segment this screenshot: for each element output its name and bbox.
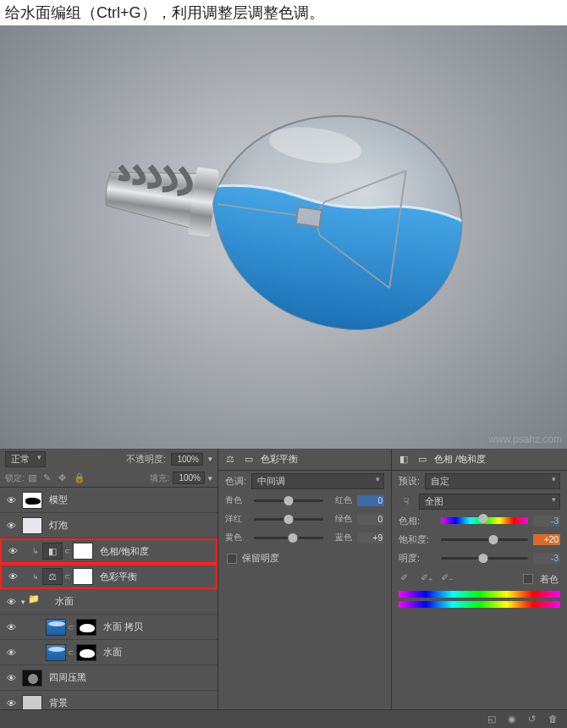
chevron-down-icon[interactable]: ▾ <box>208 455 212 463</box>
slider-value[interactable]: -3 <box>533 516 560 527</box>
panel-title: 色相 /饱和度 <box>434 453 486 466</box>
targeted-adjust-icon[interactable]: ☟ <box>399 494 414 509</box>
visibility-icon[interactable]: 👁 <box>3 648 19 658</box>
clip-icon: ↳ <box>32 547 39 555</box>
layer-thumb <box>46 644 66 661</box>
layer-thumb <box>22 517 42 534</box>
slider-track[interactable] <box>441 517 528 524</box>
slider-track[interactable] <box>254 537 323 539</box>
visibility-icon[interactable]: 👁 <box>3 622 19 632</box>
layer-row[interactable]: 👁 ⊂ 水面 <box>0 640 217 665</box>
folder-icon: 📁 <box>28 593 48 610</box>
hue-spectrum-bottom <box>399 601 560 608</box>
cb-slider-1[interactable]: 青色 红色 0 <box>218 491 391 510</box>
instruction-text: 给水面编组（Ctrl+G），利用调整层调整色调。 <box>0 0 567 25</box>
fill-field[interactable]: 100% <box>173 472 205 484</box>
link-icon: ⊂ <box>68 648 74 657</box>
slider-track[interactable] <box>441 538 528 541</box>
layer-name: 色彩平衡 <box>100 571 137 583</box>
opacity-field[interactable]: 100% <box>171 453 203 466</box>
group-toggle-icon[interactable]: ▾ <box>21 598 25 606</box>
layer-list: 👁 模型 👁 灯泡 👁 ↳ ◧ ⊂ 色相/饱和度 <box>0 488 217 716</box>
panel-dock-icon[interactable]: ▭ <box>416 454 429 466</box>
colorize-checkbox[interactable] <box>523 574 533 584</box>
lock-label: 锁定: <box>5 472 25 484</box>
preserve-luminosity-checkbox[interactable] <box>227 554 237 564</box>
layer-mask-thumb <box>76 644 96 661</box>
hue-icon: ◧ <box>397 454 410 466</box>
slider-value[interactable]: +9 <box>357 532 384 543</box>
layer-row-group[interactable]: 👁 ▾ 📁 水面 <box>0 589 217 615</box>
slider-track[interactable] <box>441 557 528 560</box>
cb-slider-2[interactable]: 洋红 绿色 0 <box>218 510 391 528</box>
slider-value[interactable]: +20 <box>533 534 560 545</box>
layer-name: 模型 <box>49 494 68 506</box>
tone-select[interactable]: 中间调 <box>251 473 384 489</box>
visibility-icon[interactable]: 👁 <box>5 571 20 582</box>
eyedropper-sub-icon[interactable]: ✐₋ <box>441 572 454 586</box>
panel-dock-icon[interactable]: ▭ <box>242 454 256 466</box>
eyedropper-add-icon[interactable]: ✐₊ <box>421 572 434 586</box>
watermark-text: www.psahz.com <box>488 433 562 445</box>
layer-mask-thumb <box>76 619 96 636</box>
preset-select[interactable]: 自定 <box>425 473 560 489</box>
eyedropper-icon[interactable]: ✐ <box>400 572 414 586</box>
clip-to-layer-icon[interactable]: ◱ <box>487 714 499 725</box>
panel-title: 色彩平衡 <box>261 453 298 466</box>
canvas-preview: www.psahz.com <box>0 25 567 449</box>
colorize-label: 着色 <box>540 573 559 586</box>
layer-name: 背景 <box>49 697 68 709</box>
layer-thumb <box>22 670 42 687</box>
layer-row[interactable]: 👁 灯泡 <box>0 513 217 538</box>
layer-mask-thumb <box>73 543 93 560</box>
adjustment-icon: ⚖ <box>42 568 63 585</box>
visibility-icon[interactable]: 👁 <box>3 673 19 683</box>
slider-value[interactable]: -3 <box>533 553 560 564</box>
fill-label: 填充: <box>150 472 169 484</box>
color-balance-panel: ⚖ ▭ 色彩平衡 色调: 中间调 青色 红色 0 洋红 绿色 0 黄色 蓝色 +… <box>218 449 392 728</box>
saturation-slider[interactable]: 饱和度: +20 <box>392 530 567 549</box>
tone-label: 色调: <box>225 475 246 488</box>
lightness-slider[interactable]: 明度: -3 <box>392 549 567 567</box>
layer-row-hue-sat[interactable]: 👁 ↳ ◧ ⊂ 色相/饱和度 <box>0 538 217 564</box>
slider-value[interactable]: 0 <box>357 495 384 506</box>
lock-transparent-icon[interactable]: ▧ <box>28 472 40 484</box>
visibility-icon[interactable]: 👁 <box>5 546 20 556</box>
link-icon: ⊂ <box>68 623 74 631</box>
visibility-icon[interactable]: 👁 <box>3 597 19 607</box>
layer-name: 四周压黑 <box>49 671 86 684</box>
adjustment-icon: ◧ <box>42 543 63 560</box>
layer-name: 水面 <box>103 646 122 659</box>
hue-saturation-panel: ◧ ▭ 色相 /饱和度 预设: 自定 ☟ 全图 色相: -3 饱和度: +20 … <box>392 449 567 728</box>
chevron-down-icon[interactable]: ▾ <box>208 474 212 483</box>
layer-row[interactable]: 👁 ⊂ 水面 拷贝 <box>0 615 217 640</box>
layer-mask-thumb <box>73 568 93 585</box>
delete-icon[interactable]: 🗑 <box>548 714 560 725</box>
bulb-artwork <box>102 93 465 334</box>
slider-track[interactable] <box>254 518 323 521</box>
lock-position-icon[interactable]: ✥ <box>58 472 70 484</box>
blend-mode-select[interactable]: 正常 <box>5 451 46 467</box>
slider-track[interactable] <box>254 499 323 502</box>
visibility-icon[interactable]: 👁 <box>3 698 19 709</box>
visibility-icon[interactable]: 👁 <box>3 521 19 531</box>
visibility-icon[interactable]: 👁 <box>3 495 19 505</box>
lock-image-icon[interactable]: ✎ <box>43 472 55 484</box>
layer-row[interactable]: 👁 四周压黑 <box>0 665 217 691</box>
layer-name: 灯泡 <box>49 519 68 532</box>
layer-row[interactable]: 👁 模型 <box>0 488 217 513</box>
hue-slider[interactable]: 色相: -3 <box>392 511 567 530</box>
link-icon: ⊂ <box>64 572 71 581</box>
panel-footer: ◱ ◉ ↺ 🗑 <box>0 709 567 728</box>
layer-name: 水面 <box>55 595 74 608</box>
layer-row-color-balance[interactable]: 👁 ↳ ⚖ ⊂ 色彩平衡 <box>0 564 217 589</box>
clip-icon: ↳ <box>32 572 39 581</box>
slider-value[interactable]: 0 <box>357 514 384 525</box>
lock-all-icon[interactable]: 🔒 <box>74 472 85 484</box>
range-select[interactable]: 全图 <box>419 494 560 510</box>
cb-slider-3[interactable]: 黄色 蓝色 +9 <box>218 528 391 547</box>
reset-icon[interactable]: ↺ <box>528 714 540 725</box>
view-previous-icon[interactable]: ◉ <box>508 714 520 725</box>
layer-thumb <box>46 619 66 636</box>
opacity-label: 不透明度: <box>126 453 166 466</box>
